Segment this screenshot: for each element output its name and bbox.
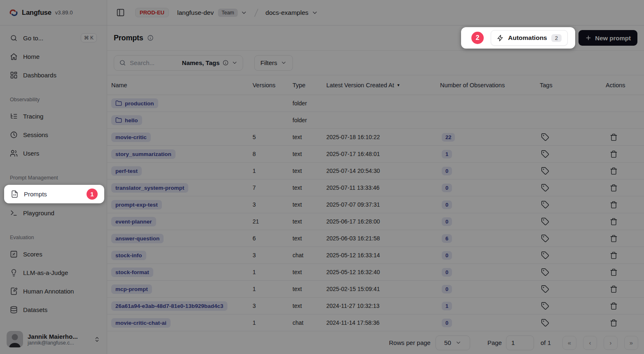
- sidebar-item-datasets[interactable]: Datasets: [5, 301, 102, 318]
- prompt-name-badge[interactable]: production: [111, 98, 158, 108]
- org-chevron-down-icon[interactable]: [241, 9, 247, 16]
- add-tag-button[interactable]: [539, 199, 551, 210]
- last-page-button[interactable]: »: [624, 336, 638, 350]
- delete-button[interactable]: [608, 199, 619, 210]
- first-page-button[interactable]: «: [562, 336, 576, 350]
- previous-page-button[interactable]: ‹: [583, 336, 597, 350]
- delete-button[interactable]: [608, 149, 619, 160]
- prompt-name-badge[interactable]: 26a61a94-e3ab-48d7-81e0-13b929bad4c3: [111, 301, 227, 311]
- add-tag-button[interactable]: [539, 182, 551, 193]
- prompt-name-badge[interactable]: story_summarization: [111, 149, 176, 159]
- observations-count-badge[interactable]: 0: [442, 217, 452, 226]
- table-row[interactable]: perf-test 1 text 2025-07-14 20:54:30 0: [107, 163, 644, 179]
- filters-button[interactable]: Filters: [254, 55, 293, 71]
- table-row[interactable]: stock-format 1 text 2025-05-12 16:32:40 …: [107, 264, 644, 281]
- table-row[interactable]: movie-critic-chat-ai 1 chat 2024-11-14 1…: [107, 314, 644, 331]
- search-scope-button[interactable]: Names, Tags: [182, 59, 238, 66]
- observations-count-badge[interactable]: 0: [442, 167, 452, 175]
- add-tag-button[interactable]: [539, 249, 551, 261]
- table-row[interactable]: 26a61a94-e3ab-48d7-81e0-13b929bad4c3 3 t…: [107, 298, 644, 314]
- observations-count-badge[interactable]: 0: [442, 184, 452, 192]
- add-tag-button[interactable]: [539, 216, 551, 227]
- delete-button[interactable]: [608, 182, 619, 193]
- table-row[interactable]: stock-info 3 chat 2025-05-12 16:33:14 0: [107, 247, 644, 264]
- table-row[interactable]: story_summarization 8 text 2025-07-17 16…: [107, 146, 644, 163]
- prompt-name-badge[interactable]: stock-format: [111, 268, 153, 277]
- sidebar-item-tracing[interactable]: Tracing: [5, 108, 102, 124]
- prompt-name-badge[interactable]: prompt-exp-test: [111, 200, 162, 210]
- sidebar-item-llm-judge[interactable]: LLM-as-a-Judge: [5, 264, 102, 281]
- sidebar-item-human-annotation[interactable]: Human Annotation: [5, 283, 102, 299]
- observations-count-badge[interactable]: 0: [442, 268, 452, 277]
- column-header-observations[interactable]: Number of Observations: [440, 82, 540, 88]
- add-tag-button[interactable]: [539, 283, 551, 295]
- observations-count-badge[interactable]: 0: [442, 319, 452, 327]
- delete-button[interactable]: [608, 284, 619, 295]
- user-menu[interactable]: Jannik Maierho... jannik@langfuse.c...: [0, 324, 107, 354]
- sidebar-item-sessions[interactable]: Sessions: [5, 126, 102, 143]
- automations-button[interactable]: Automations 2: [491, 30, 568, 46]
- table-row[interactable]: movie-critic 5 text 2025-07-18 16:10:22 …: [107, 129, 644, 146]
- sidebar-item-home[interactable]: Home: [5, 48, 102, 65]
- add-tag-button[interactable]: [539, 131, 551, 143]
- new-prompt-button[interactable]: New prompt: [578, 30, 637, 46]
- table-row[interactable]: prompt-exp-test 3 text 2025-07-07 09:37:…: [107, 196, 644, 213]
- add-tag-button[interactable]: [539, 165, 551, 177]
- info-icon[interactable]: [147, 35, 154, 41]
- prompt-name-badge[interactable]: answer-question: [111, 234, 164, 243]
- rows-per-page-select[interactable]: 50: [436, 335, 470, 350]
- add-tag-button[interactable]: [539, 300, 551, 312]
- table-row[interactable]: event-planner 21 text 2025-06-17 16:28:0…: [107, 213, 644, 230]
- next-page-button[interactable]: ›: [604, 336, 618, 350]
- add-tag-button[interactable]: [539, 233, 551, 244]
- prompt-name-badge[interactable]: event-planner: [111, 217, 156, 226]
- sidebar-item-playground[interactable]: Playground: [5, 205, 102, 221]
- observations-count-badge[interactable]: 1: [442, 150, 452, 158]
- delete-button[interactable]: [608, 267, 619, 278]
- sidebar-item-users[interactable]: Users: [5, 145, 102, 161]
- observations-count-badge[interactable]: 6: [442, 234, 452, 243]
- add-tag-button[interactable]: [539, 148, 551, 160]
- table-row[interactable]: production folder: [107, 95, 644, 112]
- observations-count-badge[interactable]: 0: [442, 251, 452, 260]
- delete-button[interactable]: [608, 300, 619, 312]
- column-header-type[interactable]: Type: [293, 82, 326, 88]
- add-tag-button[interactable]: [539, 266, 551, 278]
- spotlight-prompts-item[interactable]: Prompts 1: [4, 185, 104, 203]
- delete-button[interactable]: [608, 216, 619, 227]
- delete-button[interactable]: [608, 132, 619, 143]
- prompt-name-badge[interactable]: movie-critic-chat-ai: [111, 318, 171, 328]
- add-tag-button[interactable]: [539, 317, 551, 328]
- page-number-input[interactable]: [506, 335, 534, 350]
- column-header-versions[interactable]: Versions: [253, 82, 293, 88]
- table-row[interactable]: mcp-prompt 1 text 2025-02-15 15:09:41 0: [107, 281, 644, 298]
- search-box[interactable]: Names, Tags: [114, 55, 243, 71]
- sidebar-item-dashboards[interactable]: Dashboards: [5, 67, 102, 83]
- prompt-name-badge[interactable]: hello: [111, 115, 142, 125]
- observations-count-badge[interactable]: 22: [442, 133, 455, 142]
- sidebar-item-goto[interactable]: Go to... ⌘ K: [5, 30, 102, 46]
- prompt-name-badge[interactable]: stock-info: [111, 251, 146, 260]
- column-header-name[interactable]: Name: [111, 82, 253, 88]
- prompt-name-badge[interactable]: perf-test: [111, 166, 142, 176]
- sidebar-item-scores[interactable]: Scores: [5, 246, 102, 262]
- table-row[interactable]: hello folder: [107, 112, 644, 129]
- delete-button[interactable]: [608, 165, 619, 177]
- delete-button[interactable]: [608, 317, 619, 328]
- column-header-created-at[interactable]: Latest Version Created At▼: [326, 82, 440, 88]
- observations-count-badge[interactable]: 1: [442, 302, 452, 310]
- prompt-name-badge[interactable]: mcp-prompt: [111, 284, 152, 294]
- observations-count-badge[interactable]: 0: [442, 200, 452, 209]
- column-header-tags[interactable]: Tags: [540, 82, 606, 88]
- project-chevron-down-icon[interactable]: [311, 9, 318, 16]
- prompt-name-badge[interactable]: translator_system-prompt: [111, 183, 188, 193]
- delete-button[interactable]: [608, 250, 619, 261]
- breadcrumb-project[interactable]: docs-examples: [265, 9, 308, 16]
- table-row[interactable]: answer-question 6 text 2025-06-03 16:21:…: [107, 230, 644, 247]
- observations-count-badge[interactable]: 0: [442, 285, 452, 293]
- table-row[interactable]: translator_system-prompt 7 text 2025-07-…: [107, 179, 644, 196]
- prompt-name-badge[interactable]: movie-critic: [111, 133, 151, 142]
- breadcrumb-org[interactable]: langfuse-dev: [177, 9, 214, 16]
- environment-badge[interactable]: PROD-EU: [135, 8, 169, 17]
- sidebar-toggle-button[interactable]: [115, 7, 126, 19]
